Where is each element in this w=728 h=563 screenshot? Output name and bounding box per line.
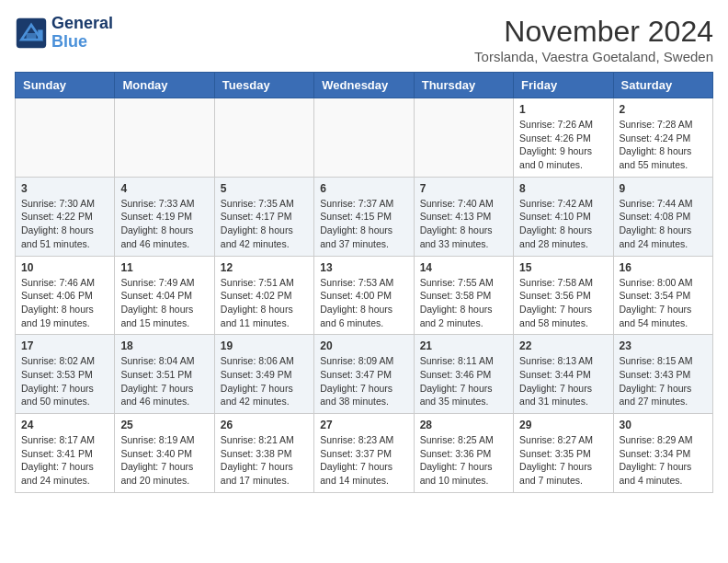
day-number: 23 — [620, 339, 707, 352]
day-info: Sunrise: 8:15 AM Sunset: 3:43 PM Dayligh… — [620, 354, 707, 408]
day-number: 5 — [221, 182, 308, 195]
weekday-header-tuesday: Tuesday — [214, 73, 313, 98]
day-number: 1 — [519, 103, 607, 116]
calendar-cell: 29Sunrise: 8:27 AM Sunset: 3:35 PM Dayli… — [514, 414, 613, 493]
day-info: Sunrise: 8:09 AM Sunset: 3:47 PM Dayligh… — [320, 354, 407, 408]
calendar-cell: 20Sunrise: 8:09 AM Sunset: 3:47 PM Dayli… — [314, 335, 414, 414]
day-info: Sunrise: 7:42 AM Sunset: 4:10 PM Dayligh… — [519, 197, 607, 251]
day-number: 22 — [519, 339, 607, 352]
calendar-cell: 25Sunrise: 8:19 AM Sunset: 3:40 PM Dayli… — [115, 414, 214, 493]
day-number: 13 — [320, 261, 407, 274]
day-number: 17 — [21, 339, 108, 352]
calendar-cell: 3Sunrise: 7:30 AM Sunset: 4:22 PM Daylig… — [16, 177, 115, 256]
day-number: 28 — [420, 419, 507, 431]
day-number: 7 — [420, 182, 507, 195]
month-title: November 2024 — [474, 15, 713, 49]
calendar-cell: 18Sunrise: 8:04 AM Sunset: 3:51 PM Dayli… — [115, 335, 214, 414]
weekday-header-saturday: Saturday — [613, 73, 712, 98]
calendar-cell: 9Sunrise: 7:44 AM Sunset: 4:08 PM Daylig… — [613, 177, 712, 256]
day-info: Sunrise: 8:25 AM Sunset: 3:36 PM Dayligh… — [420, 433, 507, 488]
logo-line1: General — [51, 15, 113, 33]
day-number: 4 — [120, 182, 208, 195]
day-info: Sunrise: 8:13 AM Sunset: 3:44 PM Dayligh… — [519, 354, 607, 408]
logo: General Blue — [15, 15, 113, 52]
calendar-cell: 23Sunrise: 8:15 AM Sunset: 3:43 PM Dayli… — [613, 335, 712, 414]
calendar-cell: 22Sunrise: 8:13 AM Sunset: 3:44 PM Dayli… — [514, 335, 613, 414]
day-info: Sunrise: 7:51 AM Sunset: 4:02 PM Dayligh… — [221, 276, 308, 330]
calendar-cell: 2Sunrise: 7:28 AM Sunset: 4:24 PM Daylig… — [613, 98, 712, 178]
day-info: Sunrise: 7:55 AM Sunset: 3:58 PM Dayligh… — [420, 276, 507, 330]
day-info: Sunrise: 8:29 AM Sunset: 3:34 PM Dayligh… — [620, 433, 707, 488]
day-number: 18 — [120, 339, 208, 352]
calendar-cell: 13Sunrise: 7:53 AM Sunset: 4:00 PM Dayli… — [314, 256, 414, 335]
calendar-cell: 4Sunrise: 7:33 AM Sunset: 4:19 PM Daylig… — [115, 177, 214, 256]
day-number: 6 — [320, 182, 407, 195]
title-block: November 2024 Torslanda, Vaestra Goetala… — [474, 15, 713, 64]
day-info: Sunrise: 8:06 AM Sunset: 3:49 PM Dayligh… — [221, 354, 308, 408]
day-number: 27 — [320, 419, 407, 431]
day-number: 3 — [21, 182, 108, 195]
week-row-1: 1Sunrise: 7:26 AM Sunset: 4:26 PM Daylig… — [16, 98, 713, 178]
day-number: 19 — [221, 339, 308, 352]
calendar-cell: 6Sunrise: 7:37 AM Sunset: 4:15 PM Daylig… — [314, 177, 414, 256]
day-info: Sunrise: 8:04 AM Sunset: 3:51 PM Dayligh… — [120, 354, 208, 408]
calendar-cell: 5Sunrise: 7:35 AM Sunset: 4:17 PM Daylig… — [214, 177, 313, 256]
day-info: Sunrise: 8:00 AM Sunset: 3:54 PM Dayligh… — [620, 276, 707, 330]
weekday-header-monday: Monday — [115, 73, 214, 98]
day-info: Sunrise: 7:40 AM Sunset: 4:13 PM Dayligh… — [420, 197, 507, 251]
day-info: Sunrise: 7:44 AM Sunset: 4:08 PM Dayligh… — [620, 197, 707, 251]
calendar-cell: 21Sunrise: 8:11 AM Sunset: 3:46 PM Dayli… — [414, 335, 513, 414]
svg-rect-3 — [38, 29, 42, 40]
weekday-header-friday: Friday — [514, 73, 613, 98]
svg-rect-2 — [27, 33, 37, 40]
day-number: 20 — [320, 339, 407, 352]
week-row-2: 3Sunrise: 7:30 AM Sunset: 4:22 PM Daylig… — [16, 177, 713, 256]
day-number: 14 — [420, 261, 507, 274]
day-info: Sunrise: 7:46 AM Sunset: 4:06 PM Dayligh… — [21, 276, 108, 330]
location-subtitle: Torslanda, Vaestra Goetaland, Sweden — [474, 49, 713, 64]
calendar-table: SundayMondayTuesdayWednesdayThursdayFrid… — [15, 72, 713, 493]
day-info: Sunrise: 7:30 AM Sunset: 4:22 PM Dayligh… — [21, 197, 108, 251]
day-info: Sunrise: 8:27 AM Sunset: 3:35 PM Dayligh… — [519, 433, 607, 488]
calendar-cell: 14Sunrise: 7:55 AM Sunset: 3:58 PM Dayli… — [414, 256, 513, 335]
day-info: Sunrise: 8:11 AM Sunset: 3:46 PM Dayligh… — [420, 354, 507, 408]
day-info: Sunrise: 8:02 AM Sunset: 3:53 PM Dayligh… — [21, 354, 108, 408]
day-number: 26 — [221, 419, 308, 431]
calendar-cell — [214, 98, 313, 178]
calendar-cell: 16Sunrise: 8:00 AM Sunset: 3:54 PM Dayli… — [613, 256, 712, 335]
logo-line2: Blue — [51, 33, 113, 52]
calendar-cell — [314, 98, 414, 178]
day-info: Sunrise: 8:23 AM Sunset: 3:37 PM Dayligh… — [320, 433, 407, 488]
day-info: Sunrise: 7:58 AM Sunset: 3:56 PM Dayligh… — [519, 276, 607, 330]
day-info: Sunrise: 7:33 AM Sunset: 4:19 PM Dayligh… — [120, 197, 208, 251]
day-number: 29 — [519, 419, 607, 431]
day-info: Sunrise: 7:35 AM Sunset: 4:17 PM Dayligh… — [221, 197, 308, 251]
calendar-cell: 10Sunrise: 7:46 AM Sunset: 4:06 PM Dayli… — [16, 256, 115, 335]
day-number: 30 — [620, 419, 707, 431]
day-number: 25 — [120, 419, 208, 431]
day-info: Sunrise: 7:28 AM Sunset: 4:24 PM Dayligh… — [620, 118, 707, 172]
calendar-cell: 28Sunrise: 8:25 AM Sunset: 3:36 PM Dayli… — [414, 414, 513, 493]
day-number: 16 — [620, 261, 707, 274]
day-number: 15 — [519, 261, 607, 274]
calendar-cell: 1Sunrise: 7:26 AM Sunset: 4:26 PM Daylig… — [514, 98, 613, 178]
day-number: 11 — [120, 261, 208, 274]
day-number: 9 — [620, 182, 707, 195]
logo-icon — [15, 17, 48, 50]
weekday-header-thursday: Thursday — [414, 73, 513, 98]
day-info: Sunrise: 8:17 AM Sunset: 3:41 PM Dayligh… — [21, 433, 108, 488]
day-info: Sunrise: 7:26 AM Sunset: 4:26 PM Dayligh… — [519, 118, 607, 172]
calendar-cell — [115, 98, 214, 178]
day-number: 24 — [21, 419, 108, 431]
calendar-cell: 26Sunrise: 8:21 AM Sunset: 3:38 PM Dayli… — [214, 414, 313, 493]
calendar-cell: 15Sunrise: 7:58 AM Sunset: 3:56 PM Dayli… — [514, 256, 613, 335]
calendar-cell: 30Sunrise: 8:29 AM Sunset: 3:34 PM Dayli… — [613, 414, 712, 493]
day-info: Sunrise: 8:21 AM Sunset: 3:38 PM Dayligh… — [221, 433, 308, 488]
calendar-cell: 8Sunrise: 7:42 AM Sunset: 4:10 PM Daylig… — [514, 177, 613, 256]
week-row-5: 24Sunrise: 8:17 AM Sunset: 3:41 PM Dayli… — [16, 414, 713, 493]
weekday-header-sunday: Sunday — [16, 73, 115, 98]
day-info: Sunrise: 7:53 AM Sunset: 4:00 PM Dayligh… — [320, 276, 407, 330]
day-number: 10 — [21, 261, 108, 274]
calendar-cell: 12Sunrise: 7:51 AM Sunset: 4:02 PM Dayli… — [214, 256, 313, 335]
calendar-cell: 11Sunrise: 7:49 AM Sunset: 4:04 PM Dayli… — [115, 256, 214, 335]
